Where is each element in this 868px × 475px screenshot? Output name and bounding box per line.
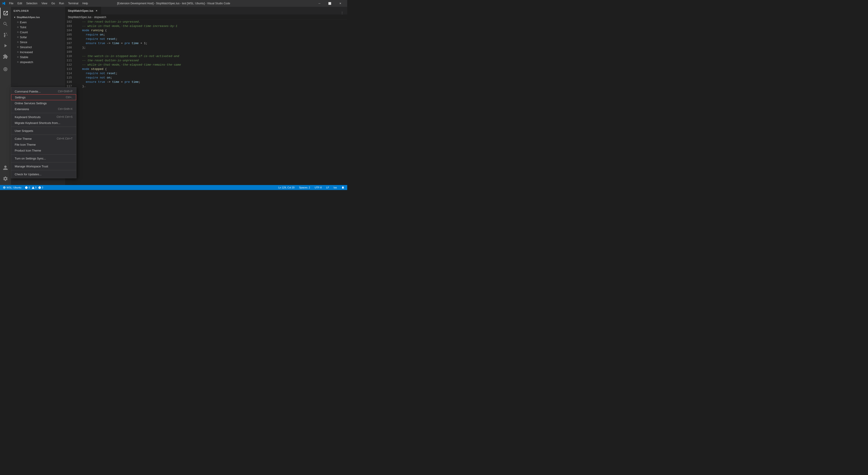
sidebar-file-toint[interactable]: ToInt — [11, 25, 65, 30]
file-dot-icon — [17, 36, 19, 38]
menu-item-label: User Snippets — [15, 129, 33, 132]
menu-selection[interactable]: Selection — [24, 1, 39, 6]
code-line-103: -- while·in·that·mode,·the·elapsed·time·… — [79, 24, 329, 28]
sidebar-file-count[interactable]: Count — [11, 30, 65, 35]
title-bar: File Edit Selection View Go Run Terminal… — [0, 0, 347, 7]
menu-run[interactable]: Run — [57, 1, 66, 6]
code-line-104: mode running ( — [79, 28, 329, 33]
notifications[interactable] — [340, 185, 345, 190]
breadcrumb-symbol[interactable]: stopwatch — [94, 16, 106, 19]
menu-item-command-palette[interactable]: Command Palette... Ctrl+Shift+P — [11, 88, 76, 94]
file-dot-icon — [17, 61, 19, 63]
menu-terminal[interactable]: Terminal — [66, 1, 80, 6]
code-line-110: -- the·watch·is·in·stopped·mode·if·is·no… — [79, 54, 329, 58]
language-mode[interactable]: lus — [333, 185, 338, 190]
menu-item-online-services[interactable]: Online Services Settings — [11, 100, 76, 106]
code-lines[interactable]: -- the·reset·button·is·unpressed. -- whi… — [76, 20, 329, 185]
minimap — [329, 20, 347, 185]
tab-label: StopWatchSpec.lus — [68, 9, 93, 12]
remote-status-icon — [3, 186, 6, 189]
code-line-111: -- the·reset·button·is·unpressed — [79, 58, 329, 63]
maximize-button[interactable]: ⬜ — [324, 0, 335, 7]
menu-item-file-icon-theme[interactable]: File Icon Theme — [11, 142, 76, 147]
status-bar-left: WSL: Ubuntu 0 0 3 — [2, 185, 44, 190]
indentation[interactable]: Spaces: 2 — [298, 185, 311, 190]
sidebar-file-since[interactable]: Since — [11, 39, 65, 44]
menu-item-label: Extensions — [15, 108, 29, 111]
sidebar-file-sofar[interactable]: Sofar — [11, 35, 65, 39]
menu-file[interactable]: File — [7, 1, 15, 6]
language-label: lus — [334, 186, 337, 189]
menu-item-label: File Icon Theme — [15, 143, 36, 146]
menu-item-keyboard-shortcuts[interactable]: Keyboard Shortcuts Ctrl+K Ctrl+S — [11, 114, 76, 120]
warning-count: 0 — [35, 186, 37, 189]
activity-explorer[interactable] — [0, 8, 11, 19]
menu-item-user-snippets[interactable]: User Snippets — [11, 128, 76, 134]
sidebar-file-stopwatch[interactable]: stopwatch — [11, 59, 65, 64]
manage-icon — [3, 176, 8, 181]
cursor-position[interactable]: Ln 129, Col 20 — [277, 185, 296, 190]
error-icon — [25, 186, 28, 189]
activity-remote[interactable] — [0, 64, 11, 75]
code-line-114: require not reset; — [79, 71, 329, 76]
menu-item-extensions[interactable]: Extensions Ctrl+Shift+X — [11, 106, 76, 112]
activity-extensions[interactable] — [0, 51, 11, 62]
file-dot-icon — [17, 56, 19, 58]
menu-go[interactable]: Go — [50, 1, 57, 6]
code-line-108: ); — [79, 46, 329, 50]
file-dot-icon — [17, 22, 19, 23]
menu-item-check-updates[interactable]: Check for Updates... — [11, 171, 76, 177]
menu-item-settings-sync[interactable]: Turn on Settings Sync... — [11, 155, 76, 161]
activity-run[interactable] — [0, 40, 11, 51]
status-bar: WSL: Ubuntu 0 0 3 Ln 129, Col 20 Spaces:… — [0, 185, 347, 190]
tab-close-button[interactable]: ✕ — [95, 9, 98, 12]
code-line-105: require on; — [79, 33, 329, 37]
menu-item-migrate-keyboard[interactable]: Migrate Keyboard Shortcuts from... — [11, 120, 76, 126]
sidebar-file-stable[interactable]: Stable — [11, 55, 65, 59]
menu-item-color-theme[interactable]: Color Theme Ctrl+K Ctrl+T — [11, 136, 76, 142]
minimize-button[interactable]: ─ — [314, 0, 324, 7]
menu-separator — [11, 135, 76, 135]
menu-help[interactable]: Help — [81, 1, 90, 6]
sidebar-file-sinceincl[interactable]: SinceIncl — [11, 44, 65, 50]
remote-indicator[interactable]: WSL: Ubuntu — [2, 185, 22, 190]
warning-icon — [32, 186, 35, 189]
activity-accounts[interactable] — [0, 162, 11, 173]
position-label: Ln 129, Col 20 — [278, 186, 294, 189]
activity-bar-bottom — [0, 162, 11, 185]
breadcrumb-separator: › — [92, 16, 93, 19]
menu-item-product-icon-theme[interactable]: Product Icon Theme — [11, 147, 76, 153]
menu-item-settings[interactable]: Settings Ctrl+, — [11, 94, 76, 100]
sidebar-file-increased[interactable]: Increased — [11, 50, 65, 55]
breadcrumb-file[interactable]: StopWatchSpec.lus — [68, 16, 91, 19]
menu-item-label: Keyboard Shortcuts — [15, 115, 40, 119]
file-dot-icon — [17, 27, 19, 28]
error-indicator[interactable]: 0 0 3 — [24, 185, 44, 190]
breadcrumb: StopWatchSpec.lus › stopwatch — [65, 15, 347, 20]
split-editor-icon[interactable]: ⋮ — [341, 11, 344, 14]
bell-icon — [341, 186, 344, 189]
status-bar-right: Ln 129, Col 20 Spaces: 2 UTF-8 LF lus — [277, 185, 345, 190]
menu-item-workspace-trust[interactable]: Manage Workspace Trust — [11, 163, 76, 169]
code-line-112: -- while·in·that·mode,·the·elapsed·time·… — [79, 63, 329, 67]
line-ending-label: LF — [326, 186, 329, 189]
tab-stopwatchspec[interactable]: StopWatchSpec.lus ✕ — [65, 7, 101, 14]
sidebar-section-header[interactable]: ▼ StopWatchSpec.lus — [11, 15, 65, 20]
close-button[interactable]: ✕ — [335, 0, 345, 7]
menu-view[interactable]: View — [39, 1, 49, 6]
remote-label: WSL: Ubuntu — [6, 186, 21, 189]
code-container[interactable]: 102 103 104 105 106 107 108 109 110 111 … — [65, 20, 347, 185]
menu-item-label: Product Icon Theme — [15, 149, 41, 152]
menu-edit[interactable]: Edit — [16, 1, 24, 6]
editor-area: StopWatchSpec.lus ✕ ⋮ StopWatchSpec.lus … — [65, 7, 347, 185]
activity-manage[interactable] — [0, 173, 11, 184]
line-ending[interactable]: LF — [325, 185, 330, 190]
activity-search[interactable] — [0, 19, 11, 29]
encoding[interactable]: UTF-8 — [314, 185, 322, 190]
activity-source-control[interactable] — [0, 29, 11, 40]
sidebar-file-even[interactable]: Even — [11, 20, 65, 25]
info-icon — [38, 186, 41, 189]
activity-bar — [0, 7, 11, 185]
code-line-106: require not reset; — [79, 37, 329, 41]
code-line-113: mode stopped ( — [79, 67, 329, 71]
